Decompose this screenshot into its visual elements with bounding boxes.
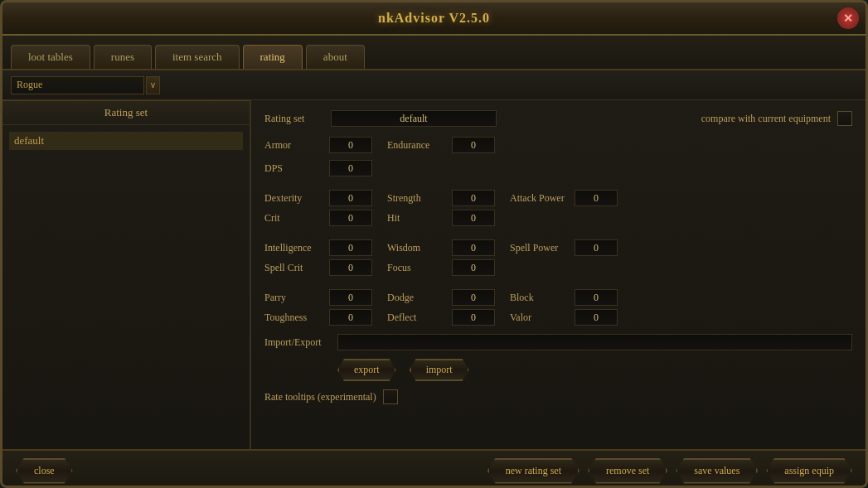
- dodge-input[interactable]: [452, 289, 495, 306]
- export-button[interactable]: export: [337, 359, 396, 381]
- int-group: Intelligence Wisdom Spell Power Spell Cr…: [264, 239, 852, 276]
- panel-header: Rating set: [2, 100, 250, 125]
- import-button[interactable]: import: [410, 359, 469, 381]
- save-values-button[interactable]: save values: [676, 458, 758, 484]
- tab-bar: loot tables runes item search rating abo…: [2, 36, 866, 70]
- intelligence-input[interactable]: [329, 239, 372, 256]
- attack-power-input[interactable]: [575, 190, 618, 206]
- spell-power-input[interactable]: [575, 239, 618, 256]
- valor-label: Valor: [510, 312, 570, 324]
- tab-rating[interactable]: rating: [243, 45, 303, 69]
- parry-label: Parry: [264, 292, 324, 304]
- crit-label: Crit: [264, 212, 324, 225]
- toughness-input[interactable]: [329, 309, 372, 326]
- dodge-label: Dodge: [387, 292, 447, 304]
- dps-label: DPS: [264, 162, 324, 175]
- dex-group: Dexterity Strength Attack Power Crit: [264, 190, 852, 226]
- deflect-label: Deflect: [387, 312, 447, 324]
- close-bottom-button[interactable]: close: [16, 458, 73, 484]
- left-panel: Rating set default: [2, 100, 251, 449]
- import-export-input[interactable]: [337, 334, 852, 350]
- valor-input[interactable]: [575, 309, 618, 326]
- bottom-right-buttons: new rating set remove set save values as…: [487, 458, 852, 484]
- hit-label: Hit: [387, 212, 447, 225]
- endurance-label: Endurance: [387, 139, 447, 152]
- parry-group: Parry Dodge Block Toughness: [264, 289, 852, 326]
- rate-tooltips-checkbox[interactable]: [383, 389, 398, 404]
- sub-bar: v: [2, 70, 866, 100]
- class-selector[interactable]: v: [11, 76, 160, 94]
- assign-equip-button[interactable]: assign equip: [766, 458, 852, 484]
- focus-input[interactable]: [452, 259, 495, 276]
- remove-set-button[interactable]: remove set: [588, 458, 667, 484]
- wisdom-label: Wisdom: [387, 242, 447, 254]
- crit-input[interactable]: [329, 210, 372, 226]
- dps-group: DPS: [264, 160, 852, 176]
- spell-crit-label: Spell Crit: [264, 262, 324, 274]
- class-dropdown-arrow[interactable]: v: [146, 76, 160, 94]
- import-export-label: Import/Export: [264, 336, 331, 349]
- compare-checkbox[interactable]: [837, 111, 852, 126]
- close-button[interactable]: ✕: [837, 7, 859, 29]
- spell-power-label: Spell Power: [510, 242, 570, 254]
- title-bar: nkAdvisor V2.5.0 ✕: [2, 2, 866, 36]
- attack-power-label: Attack Power: [510, 192, 570, 205]
- dexterity-label: Dexterity: [264, 192, 324, 205]
- import-export-row: Import/Export: [264, 334, 852, 350]
- app-window: nkAdvisor V2.5.0 ✕ loot tables runes ite…: [0, 0, 868, 488]
- compare-label: compare with current equipment: [701, 113, 831, 125]
- tab-loot-tables[interactable]: loot tables: [11, 45, 90, 69]
- deflect-input[interactable]: [452, 309, 495, 326]
- rating-set-row: Rating set compare with current equipmen…: [264, 110, 852, 127]
- list-item[interactable]: default: [9, 132, 243, 150]
- endurance-input[interactable]: [452, 137, 495, 153]
- intelligence-label: Intelligence: [264, 242, 324, 254]
- right-panel: Rating set compare with current equipmen…: [251, 100, 866, 449]
- compare-section: compare with current equipment: [701, 111, 852, 126]
- parry-input[interactable]: [329, 289, 372, 306]
- main-content: Rating set default Rating set compare wi…: [2, 100, 866, 449]
- dexterity-input[interactable]: [329, 190, 372, 206]
- focus-label: Focus: [387, 262, 447, 274]
- class-input[interactable]: [11, 76, 144, 94]
- block-label: Block: [510, 292, 570, 304]
- rate-tooltips-row: Rate tooltips (experimental): [264, 389, 852, 404]
- tab-runes[interactable]: runes: [94, 45, 152, 69]
- rating-set-label: Rating set: [264, 113, 331, 125]
- rating-list: default: [2, 125, 250, 449]
- dps-input[interactable]: [329, 160, 372, 176]
- wisdom-input[interactable]: [452, 239, 495, 256]
- hit-input[interactable]: [452, 210, 495, 226]
- bottom-bar: close new rating set remove set save val…: [2, 449, 866, 488]
- strength-input[interactable]: [452, 190, 495, 206]
- app-title: nkAdvisor V2.5.0: [378, 11, 490, 26]
- armor-label: Armor: [264, 139, 324, 152]
- block-input[interactable]: [575, 289, 618, 306]
- tab-about[interactable]: about: [306, 45, 365, 69]
- armor-group: Armor Endurance: [264, 137, 852, 153]
- new-rating-set-button[interactable]: new rating set: [487, 458, 579, 484]
- rating-set-input[interactable]: [331, 110, 497, 127]
- toughness-label: Toughness: [264, 312, 324, 324]
- armor-input[interactable]: [329, 137, 372, 153]
- rate-tooltips-label: Rate tooltips (experimental): [264, 391, 376, 403]
- tab-item-search[interactable]: item search: [155, 45, 240, 69]
- spell-crit-input[interactable]: [329, 259, 372, 276]
- strength-label: Strength: [387, 192, 447, 205]
